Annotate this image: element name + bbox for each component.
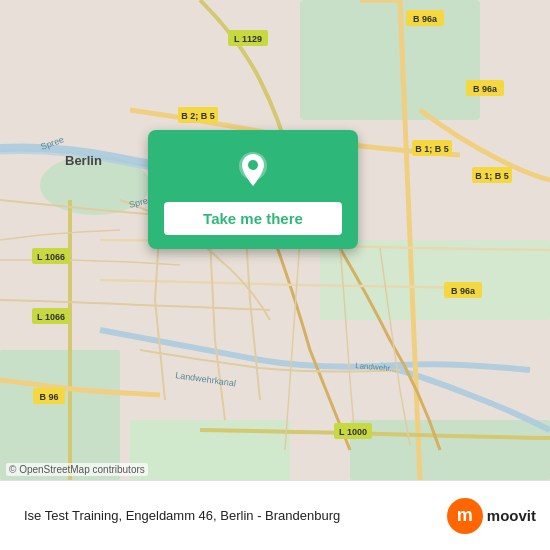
map-attribution: © OpenStreetMap contributors: [6, 463, 148, 476]
location-text: Ise Test Training, Engeldamm 46, Berlin …: [14, 508, 447, 523]
bottom-bar: Ise Test Training, Engeldamm 46, Berlin …: [0, 480, 550, 550]
svg-rect-2: [320, 240, 550, 320]
svg-text:Berlin: Berlin: [65, 153, 102, 168]
svg-text:B 96a: B 96a: [413, 14, 438, 24]
svg-text:L 1129: L 1129: [234, 34, 262, 44]
take-me-there-button[interactable]: Take me there: [164, 202, 342, 235]
moovit-logo: m moovit: [447, 498, 536, 534]
location-pin-icon: [231, 148, 275, 192]
svg-rect-6: [350, 420, 550, 480]
svg-text:L 1066: L 1066: [37, 312, 65, 322]
moovit-icon: m: [447, 498, 483, 534]
svg-rect-4: [0, 350, 120, 480]
svg-text:B 96a: B 96a: [473, 84, 498, 94]
svg-text:B 1; B 5: B 1; B 5: [415, 144, 449, 154]
action-card: Take me there: [148, 130, 358, 249]
svg-text:L 1000: L 1000: [339, 427, 367, 437]
svg-text:B 1; B 5: B 1; B 5: [475, 171, 509, 181]
svg-rect-1: [300, 0, 480, 120]
svg-text:B 96a: B 96a: [451, 286, 476, 296]
map-container: B 96a L 1129 B 96a B 2; B 5 B 1; B 5 B 1…: [0, 0, 550, 480]
svg-text:B 96: B 96: [39, 392, 58, 402]
moovit-name: moovit: [487, 507, 536, 524]
svg-text:B 2; B 5: B 2; B 5: [181, 111, 215, 121]
svg-point-35: [248, 160, 258, 170]
svg-text:L 1066: L 1066: [37, 252, 65, 262]
